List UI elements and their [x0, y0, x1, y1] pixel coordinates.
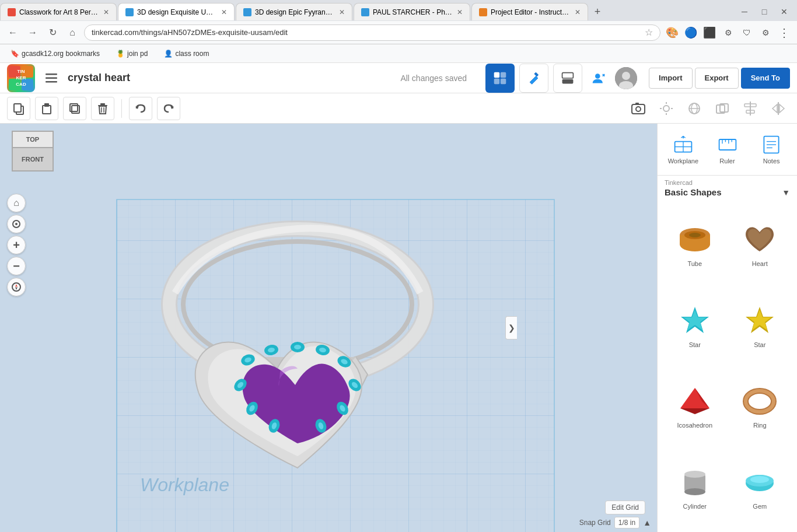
- ruler-tool-icon: [717, 134, 738, 155]
- star-blue-preview: [677, 303, 712, 338]
- tube-preview: [677, 222, 712, 257]
- camera-view-button[interactable]: [627, 97, 650, 120]
- ring-svg: [742, 385, 777, 417]
- tab-label-active: 3D design Exquisite Uusam...: [137, 8, 216, 16]
- zoom-out-button[interactable]: −: [7, 257, 26, 275]
- tab-3d-epic[interactable]: 3D design Epic Fyyran-Lah... ✕: [236, 3, 352, 20]
- snap-arrow[interactable]: ▲: [643, 518, 651, 527]
- category-label: Basic Shapes: [665, 187, 722, 197]
- shape-star-gold[interactable]: Star: [728, 285, 793, 366]
- light-toggle[interactable]: [655, 97, 678, 120]
- mirror-button[interactable]: [767, 97, 790, 120]
- back-button[interactable]: ←: [5, 24, 21, 41]
- viewport[interactable]: Workplane TOP FRONT ⌂: [0, 124, 657, 532]
- new-tab-button[interactable]: +: [589, 4, 606, 20]
- bookmark-icon-joinpd: 🍍: [116, 50, 125, 58]
- extension-icon-4[interactable]: ⚙: [720, 24, 736, 41]
- svg-rect-24: [14, 104, 21, 112]
- export-button[interactable]: Export: [695, 68, 739, 89]
- svg-point-115: [684, 471, 705, 478]
- duplicate-button[interactable]: [63, 97, 86, 120]
- align-button[interactable]: [739, 97, 762, 120]
- bookmark-gcasdk[interactable]: 🔖 gcasdk12.org bookmarks: [7, 48, 103, 59]
- mirror-icon: [770, 100, 786, 117]
- fit-view-icon: [12, 219, 21, 229]
- zoom-in-button[interactable]: +: [7, 236, 26, 254]
- shape-ring[interactable]: Ring: [728, 366, 793, 447]
- edit-grid-button[interactable]: Edit Grid: [605, 501, 645, 514]
- shape-icosahedron[interactable]: Icosahedron: [662, 366, 728, 447]
- svg-point-113: [746, 391, 774, 412]
- compass-button[interactable]: [7, 278, 26, 296]
- project-name[interactable]: crystal heart: [68, 72, 393, 84]
- shape-gem[interactable]: Gem: [728, 447, 793, 528]
- tab-classwork[interactable]: Classwork for Art 8 Period... ✕: [0, 3, 117, 20]
- workplane-tool[interactable]: Workplane: [662, 128, 704, 170]
- app-header: TIN KER CAD crystal heart All changes sa…: [0, 63, 797, 93]
- tinkercad-logo[interactable]: TIN KER CAD: [7, 64, 35, 92]
- bookmark-joinpd[interactable]: 🍍 join pd: [113, 48, 151, 59]
- bookmark-classroom[interactable]: 👤 class room: [160, 48, 212, 59]
- shape-star-blue[interactable]: Star: [662, 285, 728, 366]
- extension-icon-1[interactable]: 🎨: [664, 24, 680, 41]
- forward-button[interactable]: →: [25, 24, 41, 41]
- gem-label: Gem: [753, 503, 767, 510]
- dropdown-arrow: ▼: [782, 188, 790, 197]
- shapes-dropdown[interactable]: Basic Shapes ▼: [665, 186, 790, 198]
- import-button[interactable]: Import: [649, 68, 692, 89]
- tab-instructable[interactable]: Project Editor - Instructabl... ✕: [471, 3, 588, 20]
- redo-button[interactable]: [157, 97, 180, 120]
- bookmark-star[interactable]: ☆: [645, 27, 653, 38]
- extension-icon-6[interactable]: ⚙: [757, 24, 774, 41]
- notes-tool[interactable]: Notes: [750, 128, 792, 170]
- add-user-button[interactable]: [587, 66, 610, 90]
- tab-close-paul[interactable]: ✕: [457, 8, 463, 16]
- boolean-toggle[interactable]: [711, 97, 734, 120]
- view-cube-top[interactable]: TOP: [12, 131, 54, 148]
- send-to-button[interactable]: Send To: [741, 68, 790, 89]
- right-panel: Workplane Ruler: [657, 124, 797, 532]
- panel-collapse-arrow[interactable]: ❯: [505, 316, 517, 340]
- extension-icon-2[interactable]: 🔵: [683, 24, 699, 41]
- tab-paul[interactable]: PAUL STARCHER - Photo D... ✕: [354, 3, 470, 20]
- maximize-button[interactable]: □: [756, 4, 772, 20]
- minimize-button[interactable]: ─: [736, 4, 753, 20]
- hamburger-menu[interactable]: [42, 69, 61, 88]
- tab-close-instructable[interactable]: ✕: [575, 8, 581, 16]
- shape-tube[interactable]: Tube: [662, 204, 728, 285]
- extension-icon-5[interactable]: 🛡: [739, 24, 755, 41]
- panel-tools: Workplane Ruler: [658, 124, 797, 176]
- shapes-category-header: Tinkercad Basic Shapes ▼: [658, 176, 797, 200]
- icosahedron-label: Icosahedron: [677, 422, 712, 429]
- heart-label: Heart: [752, 260, 768, 267]
- home-button[interactable]: ⌂: [64, 24, 81, 41]
- view-cube-front[interactable]: FRONT: [12, 148, 54, 172]
- view-cube[interactable]: TOP FRONT: [7, 131, 60, 183]
- tab-close-epic[interactable]: ✕: [339, 8, 345, 16]
- shape-toggle[interactable]: [683, 97, 706, 120]
- delete-button[interactable]: [91, 97, 114, 120]
- svg-rect-28: [70, 104, 78, 111]
- copy-button[interactable]: [7, 97, 30, 120]
- shape-heart[interactable]: Heart: [728, 204, 793, 285]
- tab-close-active[interactable]: ✕: [221, 8, 227, 16]
- tray-button[interactable]: [553, 64, 582, 93]
- close-window-button[interactable]: ✕: [776, 4, 792, 20]
- refresh-button[interactable]: ↻: [44, 24, 61, 41]
- user-avatar[interactable]: [615, 67, 637, 89]
- ruler-tool[interactable]: Ruler: [707, 128, 749, 170]
- tab-tinkercad-active[interactable]: 3D design Exquisite Uusam... ✕: [118, 3, 235, 20]
- menu-button[interactable]: ⋮: [776, 24, 792, 41]
- fit-view-button[interactable]: [7, 215, 26, 233]
- undo-button[interactable]: [129, 97, 152, 120]
- extension-icon-3[interactable]: ⬛: [701, 24, 718, 41]
- address-bar[interactable]: tinkercad.com/things/aHN507zDMEs-exquisi…: [84, 24, 660, 41]
- snap-value[interactable]: 1/8 in: [614, 517, 639, 528]
- shape-cylinder[interactable]: Cylinder: [662, 447, 728, 528]
- svg-point-38: [663, 106, 669, 111]
- 3d-view-button[interactable]: [485, 64, 515, 93]
- edit-tool-button[interactable]: [519, 64, 548, 93]
- paste-button[interactable]: [35, 97, 58, 120]
- home-view-button[interactable]: ⌂: [7, 194, 26, 212]
- tab-close[interactable]: ✕: [103, 8, 109, 16]
